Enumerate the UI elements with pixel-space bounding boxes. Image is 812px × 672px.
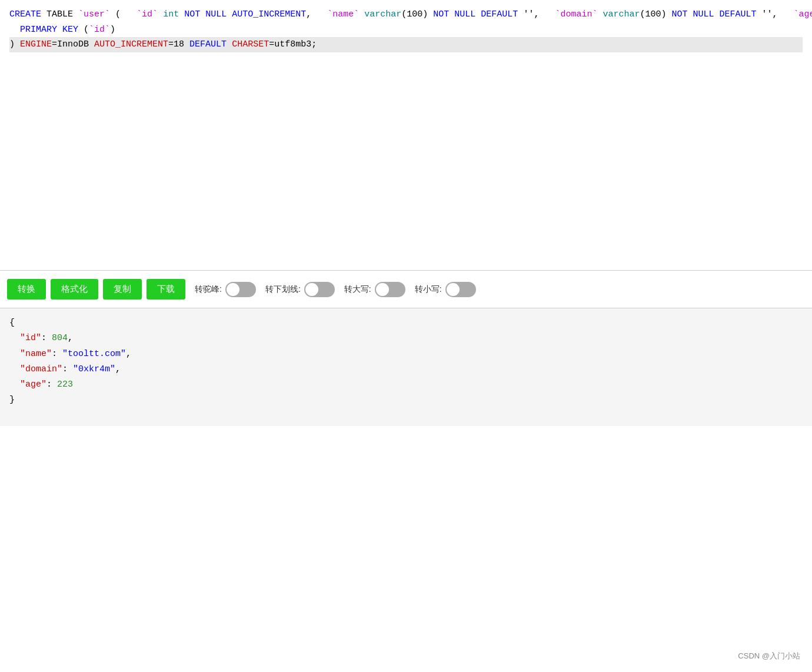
sql-input-area: CREATE TABLE `user` ( `id` int NOT NULL … (0, 0, 812, 271)
sql-line-7: ) ENGINE=InnoDB AUTO_INCREMENT=18 DEFAUL… (9, 37, 803, 52)
lower-toggle-label: 转小写: (415, 284, 442, 295)
camel-toggle-label: 转驼峰: (195, 284, 222, 295)
sql-line-6: PRIMARY KEY (`id`) (9, 25, 115, 35)
camel-toggle-group: 转驼峰: (195, 282, 256, 297)
sql-line-5: `age` tinyint DEFAULT '0', (783, 9, 812, 19)
underline-toggle-group: 转下划线: (265, 282, 335, 297)
json-brace-close: } (9, 392, 803, 408)
upper-toggle-switch[interactable] (375, 282, 405, 297)
json-brace-open: { (9, 315, 803, 331)
sql-line-4: `domain` varchar(100) NOT NULL DEFAULT '… (544, 9, 777, 19)
json-output-area: { "id": 804, "name": "tooltt.com", "doma… (0, 308, 812, 426)
convert-button[interactable]: 转换 (7, 279, 46, 300)
lower-toggle-group: 转小写: (415, 282, 476, 297)
upper-toggle-group: 转大写: (344, 282, 405, 297)
underline-toggle-switch[interactable] (304, 282, 335, 297)
json-line-name: "name": "tooltt.com", (9, 347, 803, 362)
format-button[interactable]: 格式化 (51, 279, 98, 300)
toolbar: 转换 格式化 复制 下载 转驼峰: 转下划线: 转大写: 转小写: (0, 271, 812, 308)
json-line-id: "id": 804, (9, 331, 803, 346)
footer: CSDN @入门小站 (738, 651, 800, 661)
footer-text: CSDN @入门小站 (738, 651, 800, 660)
json-line-age: "age": 223 (9, 377, 803, 392)
copy-button[interactable]: 复制 (103, 279, 142, 300)
download-button[interactable]: 下载 (147, 279, 185, 300)
camel-toggle-switch[interactable] (225, 282, 256, 297)
sql-line-1: CREATE TABLE `user` ( (9, 9, 121, 19)
underline-toggle-label: 转下划线: (265, 284, 301, 295)
sql-line-3: `name` varchar(100) NOT NULL DEFAULT '', (317, 9, 539, 19)
json-line-domain: "domain": "0xkr4m", (9, 362, 803, 377)
lower-toggle-switch[interactable] (445, 282, 476, 297)
upper-toggle-label: 转大写: (344, 284, 371, 295)
sql-line-2: `id` int NOT NULL AUTO_INCREMENT, (126, 9, 311, 19)
